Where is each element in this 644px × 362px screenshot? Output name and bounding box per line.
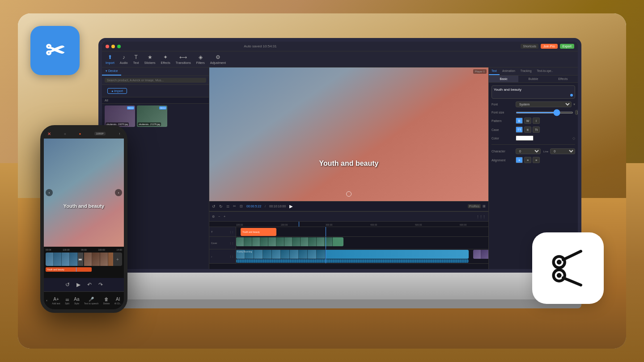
case-uppercase[interactable]: TT (516, 126, 523, 133)
align-right[interactable]: ≡ (533, 157, 540, 163)
toolbar-effects[interactable]: ✦ Effects (161, 54, 170, 64)
zoom-icon[interactable]: ⊞ (483, 204, 486, 208)
bold-button[interactable]: B (516, 118, 523, 124)
phone-undo-button[interactable]: ↶ (87, 282, 92, 288)
character-label: Character (491, 150, 514, 153)
import-label: Import (106, 61, 114, 64)
phone-split[interactable]: ⚌ Split (65, 297, 69, 305)
timeline-zoom-out[interactable]: − (218, 215, 220, 218)
weight-button[interactable]: W (524, 118, 531, 124)
media-thumb-2[interactable]: Added shuttersto...21176.jpg (137, 105, 167, 127)
phone-style[interactable]: Aa Style (74, 297, 79, 305)
phone-middle-btn[interactable]: ⏭ (78, 253, 83, 266)
preview-video: Youth and beauty (209, 67, 488, 201)
character-select[interactable]: 0 (516, 148, 541, 154)
case-lowercase[interactable]: tt (524, 126, 531, 133)
pattern-row: Pattern B W I (491, 118, 575, 124)
text-input-value: Youth and beauty (494, 88, 521, 92)
subtab-basic[interactable]: Basic (489, 76, 518, 82)
phone-segment-2[interactable] (84, 253, 113, 266)
toolbar-import[interactable]: ⬆ Import (106, 54, 114, 64)
join-pro-button[interactable]: Join Pro (541, 44, 558, 49)
format-buttons: B W I (516, 118, 540, 124)
phone-delete[interactable]: 🗑 Delete (103, 297, 110, 305)
toolbar-filters[interactable]: ◈ Filters (196, 54, 205, 64)
tab-tracking[interactable]: Tracking (518, 67, 534, 75)
time-label-2: 100:00 (63, 248, 69, 251)
fullscreen-button[interactable]: ProRes (468, 204, 481, 208)
phone-text-track[interactable]: Youth and beauty (46, 267, 92, 272)
toolbar-adjustment[interactable]: ⚙ Adjustment (210, 54, 226, 64)
text-track-segment-label: Youth and beauty (242, 231, 260, 233)
redo-button[interactable]: ↻ (219, 204, 223, 209)
phone-resolution[interactable]: 1080P (94, 132, 106, 135)
audio-waveform (236, 259, 469, 263)
tab-text-to-speech[interactable]: Text-to-spe.. (534, 67, 556, 75)
main-card: ✂ (18, 13, 626, 349)
toolbar-audio[interactable]: ♪ Audio (120, 54, 128, 64)
traffic-light-yellow[interactable] (111, 45, 115, 48)
nav-arrow-right[interactable]: › (115, 189, 122, 196)
import-icon: ⬆ (108, 54, 112, 60)
search-input[interactable] (105, 78, 206, 83)
font-select[interactable]: System (516, 101, 572, 107)
export-button[interactable]: Export (560, 44, 574, 49)
timeline-ruler: 100:00 200:00 300:00 400:00 500:00 600:0… (209, 222, 488, 227)
timeline-video-track-1: Cover ⋮⋮ (209, 237, 488, 249)
toolbar-text[interactable]: T Text (133, 54, 139, 64)
media-grid: Added shuttersto...19270.jpg Added shutt… (102, 104, 209, 129)
tab-text[interactable]: Text (489, 67, 500, 75)
phone-ai[interactable]: AI AI Cli... (114, 297, 122, 305)
tab-device[interactable]: ▾ Device (102, 67, 121, 76)
tab-animation[interactable]: Animation (500, 67, 518, 75)
nav-arrow-left[interactable]: ‹ (46, 189, 53, 196)
subtab-bubble[interactable]: Bubble (518, 76, 548, 82)
media-thumb-1[interactable]: Added shuttersto...19270.jpg (105, 105, 135, 127)
timeline-text-track: T ⋮⋮ Youth and beauty (209, 227, 488, 237)
align-center[interactable]: ≡ (524, 157, 531, 163)
text-track-segment[interactable]: Youth and beauty (241, 228, 276, 236)
italic-button[interactable]: I (533, 118, 540, 124)
time-label-5: 14:00 (116, 248, 122, 251)
line-select[interactable]: 0 (550, 148, 575, 154)
toolbar-transitions[interactable]: ⟷ Transitions (176, 54, 191, 64)
laptop-screen: Auto saved 10:54:31 Shortcuts Join Pro E… (98, 38, 581, 273)
character-row: Character 0 Line 0 (491, 148, 575, 154)
toolbar-stickers[interactable]: ★ Stickers (144, 54, 156, 64)
alignment-buttons: ≡ ≡ ≡ (516, 157, 540, 163)
phone-add-text[interactable]: A+ Add text (52, 297, 60, 305)
app-icon[interactable]: ✂ (30, 26, 80, 75)
import-media-button[interactable]: ● Import (107, 88, 127, 94)
phone-add-clip[interactable]: + (113, 253, 122, 266)
timeline-toolbar: ⚙ − + ⋮⋮⋮ (209, 212, 488, 222)
video-track-1-segment[interactable] (236, 237, 343, 246)
phone-text-to-speech[interactable]: 🎤 Text to speech (84, 297, 98, 305)
traffic-light-green[interactable] (117, 45, 121, 48)
shortcuts-button[interactable]: Shortcuts (521, 44, 538, 49)
case-capitalize[interactable]: Tt (533, 126, 540, 133)
align-left[interactable]: ≡ (516, 157, 523, 163)
phone-segment-1[interactable] (46, 253, 78, 266)
phone-redo-button[interactable]: ↷ (98, 282, 103, 288)
phone-play-button[interactable]: ▶ (76, 282, 80, 288)
filters-label: Filters (196, 61, 205, 64)
adjustment-label: Adjustment (210, 61, 226, 64)
timeline-zoom-in[interactable]: + (224, 215, 225, 218)
font-size-slider[interactable] (516, 112, 573, 114)
traffic-light-red[interactable] (106, 45, 109, 48)
phone-back-arrow[interactable]: ‹ (46, 299, 47, 303)
time-label-1: 00:04 (46, 248, 51, 251)
play-button[interactable]: ▶ (289, 204, 293, 209)
text-input-area: Youth and beauty (491, 85, 575, 99)
subtab-effects[interactable]: Effects (548, 76, 578, 82)
undo-button[interactable]: ↺ (212, 204, 216, 209)
tts-icon: 🎤 (89, 297, 94, 302)
phone-loop-button[interactable]: ↺ (65, 282, 70, 288)
add-text-icon: A+ (53, 297, 59, 302)
second-video-segment[interactable] (473, 250, 488, 259)
color-swatch[interactable] (516, 135, 534, 141)
color-picker-icon[interactable]: ◇ (572, 136, 575, 140)
phone-close-button[interactable]: ✕ (47, 131, 51, 136)
stickers-icon: ★ (148, 54, 153, 60)
main-video-segment[interactable] (236, 250, 469, 259)
